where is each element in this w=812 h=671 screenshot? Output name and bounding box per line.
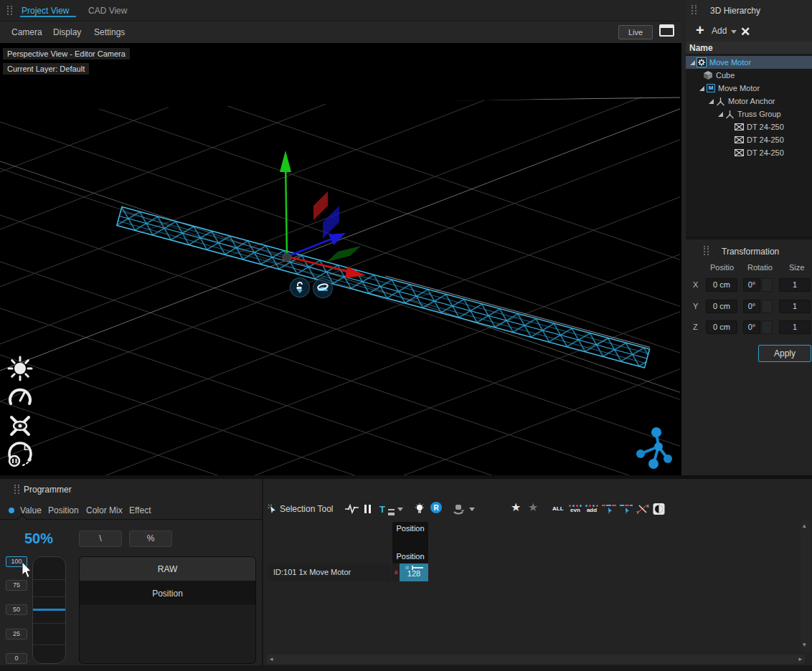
backslash-button[interactable]: \ — [79, 530, 122, 547]
fader-level-indicator[interactable] — [33, 609, 65, 611]
tab-effect[interactable]: Effect — [129, 505, 151, 515]
scroll-up-icon[interactable]: ▴ — [803, 522, 806, 529]
tree-row-motor-anchor[interactable]: Motor Anchor — [686, 95, 812, 108]
tree-row-move-motor[interactable]: M Move Motor — [686, 82, 812, 95]
fixture-caret-icon[interactable] — [469, 508, 475, 522]
rotation-x-input[interactable]: 0° — [743, 278, 760, 292]
tab-project-view[interactable]: Project View — [22, 6, 69, 16]
tree-item-label: Move Motor — [718, 84, 760, 92]
menu-display[interactable]: Display — [53, 27, 81, 37]
lightbulb-icon[interactable] — [415, 502, 425, 516]
swap-xy-icon[interactable]: X Y — [636, 502, 649, 516]
percent-button[interactable]: % — [129, 530, 172, 547]
window-maximize-icon[interactable] — [659, 24, 674, 37]
fader-tick-0-button[interactable]: 0 — [6, 653, 27, 664]
rotation-z-input[interactable]: 0° — [743, 320, 760, 334]
favorite-star-icon[interactable]: ★ — [511, 500, 521, 514]
tab-value[interactable]: Value — [20, 505, 42, 515]
size-y-input[interactable]: 1 — [779, 300, 811, 313]
fixture-row-label[interactable]: ID:101 1x Move Motor — [268, 563, 391, 581]
tree-row-dt24250[interactable]: DT 24-250 — [686, 133, 812, 146]
text-tool-caret-icon[interactable] — [397, 508, 403, 522]
record-badge-icon[interactable]: R — [430, 502, 442, 513]
tree-row-cube[interactable]: Cube — [686, 69, 812, 82]
drag-handle-icon[interactable] — [704, 246, 709, 255]
select-all-button[interactable]: ALL — [552, 502, 564, 516]
all-label: ALL — [552, 506, 564, 512]
tree-row-dt24250[interactable]: DT 24-250 — [686, 120, 812, 133]
live-button[interactable]: Live — [618, 25, 653, 39]
menu-camera[interactable]: Camera — [11, 27, 42, 37]
truss-wireframe[interactable] — [117, 205, 651, 368]
tab-cad-view[interactable]: CAD View — [88, 6, 127, 16]
group-position[interactable]: Position — [80, 581, 255, 606]
drag-handle-icon[interactable] — [7, 6, 12, 15]
favorite-star-dim-icon[interactable]: ★ — [528, 500, 538, 514]
group-raw[interactable]: RAW — [80, 557, 255, 581]
fader-tick-25-button[interactable]: 25 — [6, 629, 27, 639]
expander-icon[interactable] — [718, 112, 723, 117]
apply-button[interactable]: Apply — [758, 345, 811, 362]
rotation-y-picker[interactable] — [761, 300, 773, 313]
drag-handle-icon[interactable] — [691, 5, 697, 14]
select-even-button[interactable]: evn — [569, 502, 582, 516]
contrast-icon[interactable] — [653, 502, 665, 516]
tree-row-move-motor-selected[interactable]: Move Motor — [686, 56, 812, 69]
trackball-button[interactable] — [313, 278, 333, 298]
gauge-icon[interactable] — [7, 385, 33, 411]
expander-icon[interactable] — [690, 60, 695, 65]
size-x-input[interactable]: 1 — [779, 278, 811, 292]
fixture-rotate-icon[interactable] — [452, 502, 465, 516]
add-button[interactable]: Add — [712, 26, 727, 36]
lock-hand-button[interactable] — [290, 277, 310, 298]
playback-loop-icon[interactable]: L — [4, 438, 36, 470]
tree-row-dt24250[interactable]: DT 24-250 — [686, 146, 812, 159]
expander-icon[interactable] — [709, 99, 714, 104]
rotation-x-picker[interactable] — [761, 278, 773, 292]
value-fader[interactable] — [32, 556, 66, 664]
list-lines-icon[interactable] — [388, 509, 395, 515]
rotation-z-picker[interactable] — [761, 320, 773, 334]
selection-tool-icon[interactable] — [268, 502, 278, 516]
scroll-down-icon[interactable]: ▾ — [803, 641, 806, 648]
position-z-input[interactable]: 0 cm — [706, 320, 737, 334]
position-y-input[interactable]: 0 cm — [706, 300, 737, 313]
tab-color-mix[interactable]: Color Mix — [86, 505, 123, 515]
position-x-input[interactable]: 0 cm — [706, 278, 737, 292]
add-dropdown-caret-icon[interactable] — [731, 30, 737, 34]
tab-position[interactable]: Position — [48, 505, 79, 515]
text-tool-icon[interactable]: T — [379, 502, 385, 516]
delete-x-icon[interactable]: ✕ — [740, 24, 750, 39]
tree-column-header[interactable]: Name — [686, 42, 812, 54]
size-z-input[interactable]: 1 — [779, 320, 811, 334]
pause-icon[interactable] — [363, 502, 372, 516]
scroll-left-icon[interactable]: ◂ — [270, 655, 273, 662]
node-graph-icon[interactable] — [636, 427, 672, 469]
tree-row-truss-group[interactable]: Truss Group — [686, 108, 812, 120]
drag-handle-icon[interactable] — [14, 485, 19, 494]
cell-side-flag: 8 — [392, 563, 400, 581]
add-plus-icon[interactable]: + — [696, 23, 704, 37]
sun-brightness-icon[interactable] — [6, 354, 34, 383]
menu-settings[interactable]: Settings — [94, 27, 125, 37]
fader-tick-50-button[interactable]: 50 — [6, 604, 27, 615]
select-range-alt-icon[interactable] — [619, 502, 633, 516]
tab-divider-line — [0, 519, 262, 520]
scroll-right-icon[interactable]: ▸ — [798, 655, 802, 662]
tree-item-label: Move Motor — [709, 58, 751, 67]
vertical-scrollbar[interactable]: ▴ ▾ — [801, 520, 811, 652]
horizontal-scrollbar[interactable]: ◂ ▸ — [267, 655, 805, 664]
pulse-icon[interactable] — [345, 502, 359, 516]
select-add-button[interactable]: add — [585, 502, 598, 516]
3d-viewport[interactable]: Perspective View - Editor Camera Current… — [0, 43, 681, 475]
cell-value-area[interactable]: d 128 — [400, 563, 428, 581]
rotation-y-input[interactable]: 0° — [743, 300, 760, 313]
expander-icon[interactable] — [699, 86, 704, 91]
tools-view-icon[interactable] — [6, 411, 34, 440]
evn-label: evn — [570, 508, 580, 513]
fader-tick-75-button[interactable]: 75 — [6, 580, 27, 591]
unlock-hand-icon — [293, 281, 306, 294]
select-range-icon[interactable] — [602, 502, 616, 516]
fixture-value-cell[interactable]: 8 d 128 — [392, 563, 428, 581]
cube-icon — [703, 70, 713, 80]
